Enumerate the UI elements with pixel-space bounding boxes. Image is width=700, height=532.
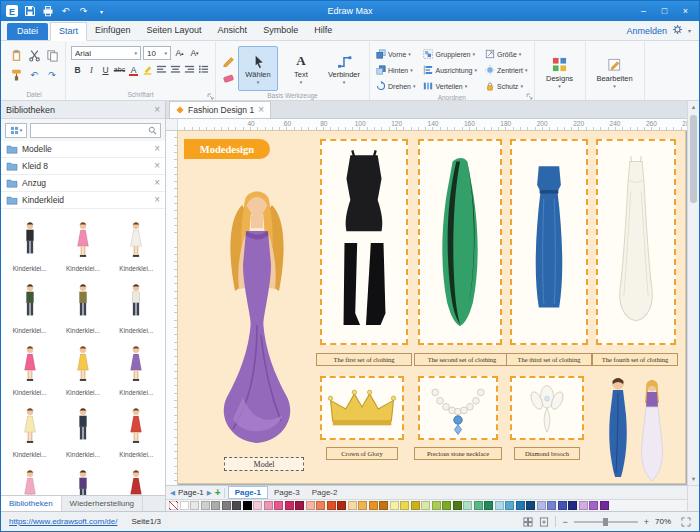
set-label-3[interactable]: The third set of clothing	[506, 353, 592, 366]
arrange-ausrichtung-button[interactable]: Ausrichtung▾	[422, 63, 477, 77]
color-swatch[interactable]	[526, 501, 535, 510]
color-swatch[interactable]	[232, 501, 241, 510]
dialog-launcher-icon[interactable]	[526, 92, 533, 99]
clothing-box-2[interactable]	[418, 139, 502, 345]
clothing-box-4[interactable]	[596, 139, 676, 345]
necklace-box[interactable]	[418, 376, 498, 440]
color-swatch[interactable]	[274, 501, 283, 510]
undo-small-icon[interactable]: ↶	[27, 68, 41, 82]
library-search-input[interactable]	[30, 123, 161, 138]
settings-caret-icon[interactable]: ▾	[688, 27, 691, 34]
library-thumbnail[interactable]: Kinderklei...	[3, 397, 56, 459]
qat-dropdown-icon[interactable]: ▾	[95, 5, 108, 18]
maximize-button[interactable]: □	[655, 4, 674, 18]
designs-button[interactable]: Designs ▾	[540, 50, 580, 95]
font-color-button[interactable]: A	[127, 63, 140, 76]
color-swatch[interactable]	[369, 501, 378, 510]
arrange-hinten-button[interactable]: Hinten▾	[375, 63, 416, 77]
align-center-icon[interactable]	[169, 63, 182, 76]
zoom-in-button[interactable]: +	[644, 517, 649, 527]
color-swatch[interactable]	[547, 501, 556, 510]
arrange-zentriert-button[interactable]: Zentriert▾	[484, 63, 529, 77]
page-tab-page-1[interactable]: Page-1	[228, 486, 268, 499]
color-swatch[interactable]	[190, 501, 199, 510]
color-swatch[interactable]	[411, 501, 420, 510]
library-item-modelle[interactable]: Modelle×	[1, 141, 165, 158]
color-swatch[interactable]	[568, 501, 577, 510]
library-filter-button[interactable]: ▾	[5, 123, 27, 138]
color-swatch[interactable]	[306, 501, 315, 510]
text-tool-button[interactable]: A Text ▾	[281, 46, 321, 91]
color-swatch[interactable]	[348, 501, 357, 510]
page-nav-prev-icon[interactable]: ◀	[170, 489, 175, 497]
color-swatch[interactable]	[516, 501, 525, 510]
undo-icon[interactable]: ↶	[59, 5, 72, 18]
set-label-1[interactable]: The first set of clothing	[316, 353, 412, 366]
menu-tab-hilfe[interactable]: Hilfe	[306, 22, 340, 39]
color-swatch[interactable]	[253, 501, 262, 510]
set-label-2[interactable]: The second set of clothing	[414, 353, 510, 366]
scrollbar-thumb[interactable]	[690, 115, 697, 203]
color-swatch[interactable]	[316, 501, 325, 510]
color-swatch[interactable]	[400, 501, 409, 510]
grid-view-icon[interactable]	[523, 517, 533, 527]
connector-tool-button[interactable]: Verbinder ▾	[324, 46, 364, 91]
menu-tab-einf-gen[interactable]: Einfügen	[87, 22, 139, 39]
library-thumbnail[interactable]: Kinderklei...	[56, 211, 109, 273]
vertical-scrollbar[interactable]: ▲ ▼	[687, 101, 699, 511]
color-swatch[interactable]	[505, 501, 514, 510]
library-thumbnail[interactable]: Kinderklei...	[110, 273, 163, 335]
menu-tab-start[interactable]: Start	[50, 22, 87, 41]
color-swatch[interactable]	[474, 501, 483, 510]
color-swatch[interactable]	[358, 501, 367, 510]
sidebar-footer-tab-bibliotheken[interactable]: Bibliotheken	[1, 496, 62, 511]
signin-link[interactable]: Anmelden	[626, 26, 667, 36]
cut-icon[interactable]	[27, 49, 41, 63]
italic-button[interactable]: I	[85, 63, 98, 76]
color-swatch[interactable]	[558, 501, 567, 510]
settings-gear-icon[interactable]	[672, 24, 683, 37]
arrange-drehen-button[interactable]: Drehen▾	[375, 79, 416, 93]
scroll-up-icon[interactable]: ▲	[688, 101, 699, 113]
color-swatch[interactable]	[295, 501, 304, 510]
color-swatch[interactable]	[211, 501, 220, 510]
page-tab-page-3[interactable]: Page-3	[268, 486, 306, 499]
library-thumbnail[interactable]: Kinderklei...	[3, 335, 56, 397]
library-thumbnail[interactable]: Kinderklei...	[56, 273, 109, 335]
arrange-gruppieren-button[interactable]: Gruppieren▾	[422, 47, 477, 61]
bold-button[interactable]: B	[71, 63, 84, 76]
accessory-label-crown[interactable]: Crown of Glory	[326, 447, 398, 460]
page-nav-next-icon[interactable]: ▶	[207, 489, 212, 497]
library-thumbnail[interactable]: Kinderklei...	[56, 459, 109, 495]
color-swatch[interactable]	[421, 501, 430, 510]
color-swatch[interactable]	[589, 501, 598, 510]
accessory-label-necklace[interactable]: Precious stone necklace	[414, 447, 502, 460]
zoom-out-button[interactable]: −	[562, 517, 567, 527]
library-thumbnail[interactable]: Kinderklei...	[110, 211, 163, 273]
close-library-icon[interactable]: ×	[154, 144, 160, 154]
color-swatch[interactable]	[484, 501, 493, 510]
close-library-icon[interactable]: ×	[154, 178, 160, 188]
zoom-slider[interactable]	[574, 521, 638, 523]
select-tool-button[interactable]: Wählen ▾	[238, 46, 278, 91]
print-icon[interactable]	[41, 5, 54, 18]
color-swatch[interactable]	[222, 501, 231, 510]
color-swatch[interactable]	[537, 501, 546, 510]
library-thumbnail[interactable]: Kinderklei...	[3, 459, 56, 495]
sidebar-footer-tab-wiederherstellung[interactable]: Wiederherstellung	[62, 496, 143, 511]
edit-button[interactable]: Bearbeiten ▾	[591, 50, 639, 95]
color-swatch[interactable]	[579, 501, 588, 510]
save-icon[interactable]	[23, 5, 36, 18]
dialog-launcher-icon[interactable]	[207, 92, 214, 99]
paste-icon[interactable]	[9, 49, 23, 63]
page-tab-page-2[interactable]: Page-2	[306, 486, 344, 499]
grow-font-button[interactable]: A▴	[173, 47, 186, 60]
pencil-tool-icon[interactable]	[221, 53, 235, 67]
document-tab[interactable]: Fashion Design 1 ×	[169, 101, 271, 118]
close-library-icon[interactable]: ×	[154, 195, 160, 205]
font-family-select[interactable]: Arial▾	[71, 46, 141, 60]
minimize-button[interactable]: –	[634, 4, 653, 18]
strikethrough-button[interactable]: abc	[113, 63, 126, 76]
canvas-area[interactable]: Modedesign	[166, 131, 687, 485]
close-button[interactable]: ×	[676, 4, 695, 18]
